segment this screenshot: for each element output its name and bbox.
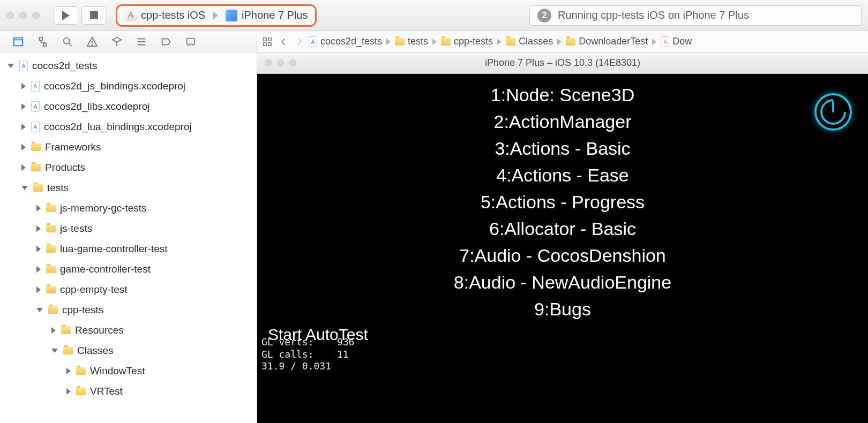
disclosure-triangle-icon[interactable]: [36, 246, 41, 252]
chevron-right-icon: [497, 39, 502, 45]
test-menu-item[interactable]: 6:Allocator - Basic: [257, 220, 868, 238]
svg-rect-1: [40, 37, 43, 40]
scheme-device-label: iPhone 7 Plus: [242, 9, 308, 21]
project-navigator-icon[interactable]: [12, 35, 25, 48]
go-back-icon[interactable]: [279, 37, 288, 47]
tree-item[interactable]: game-controller-test: [0, 259, 257, 280]
disclosure-triangle-icon[interactable]: [51, 327, 56, 334]
simulator-title: iPhone 7 Plus – iOS 10.3 (14E8301): [485, 57, 640, 69]
report-navigator-icon[interactable]: [184, 35, 197, 48]
tree-item[interactable]: cocos2d_lua_bindings.xcodeproj: [0, 117, 257, 137]
disclosure-triangle-icon[interactable]: [36, 266, 41, 273]
jumpbar-crumb[interactable]: tests: [395, 36, 428, 47]
editor-area: iPhone 7 Plus – iOS 10.3 (14E8301) 1:Nod…: [257, 52, 868, 423]
disclosure-triangle-icon[interactable]: [21, 144, 26, 150]
debug-navigator-icon[interactable]: [135, 35, 148, 48]
tree-label: js-tests: [60, 223, 92, 235]
tree-item[interactable]: cocos2d_js_bindings.xcodeproj: [0, 76, 257, 96]
simulator-window-controls: [265, 59, 296, 66]
test-menu-item[interactable]: 2:ActionManager: [257, 112, 868, 131]
issue-navigator-icon[interactable]: [86, 35, 99, 48]
window-zoom[interactable]: [32, 12, 40, 19]
svg-rect-0: [14, 37, 23, 46]
tree-root[interactable]: cocos2d_tests: [0, 56, 257, 76]
tree-label: cocos2d_libs.xcodeproj: [44, 101, 150, 112]
test-menu-item[interactable]: 3:Actions - Basic: [257, 139, 868, 157]
window-minimize[interactable]: [19, 12, 27, 19]
svg-rect-9: [268, 42, 271, 45]
simulator-screen: 1:Node: Scene3D2:ActionManager3:Actions …: [257, 74, 868, 423]
tree-item[interactable]: js-tests: [0, 218, 257, 239]
test-menu-item[interactable]: 5:Actions - Progress: [257, 193, 868, 211]
jumpbar-crumb[interactable]: h Dow: [661, 36, 692, 47]
disclosure-triangle-icon[interactable]: [21, 164, 26, 171]
run-button[interactable]: [54, 6, 78, 25]
jumpbar-crumb[interactable]: cocos2d_tests: [309, 36, 382, 47]
test-menu-item[interactable]: 7:Audio - CocosDenshion: [257, 246, 868, 265]
disclosure-triangle-icon[interactable]: [36, 225, 41, 232]
test-navigator-icon[interactable]: [110, 35, 123, 48]
crumb-label: cpp-tests: [454, 36, 493, 47]
disclosure-triangle-icon[interactable]: [36, 286, 41, 293]
tree-label: cpp-empty-test: [60, 284, 128, 296]
disclosure-triangle-icon[interactable]: [66, 388, 71, 395]
tree-label: VRTest: [90, 386, 123, 397]
tree-label: cocos2d_js_bindings.xcodeproj: [44, 80, 185, 92]
disclosure-triangle-icon[interactable]: [36, 308, 43, 312]
power-icon[interactable]: [814, 93, 852, 131]
tree-item[interactable]: Frameworks: [0, 137, 257, 157]
test-menu-item[interactable]: 9:Bugs: [257, 300, 868, 318]
disclosure-triangle-icon[interactable]: [51, 349, 58, 353]
window-zoom[interactable]: [289, 59, 296, 66]
test-menu-item[interactable]: 8:Audio - NewAudioEngine: [257, 273, 868, 291]
disclosure-triangle-icon[interactable]: [8, 64, 14, 68]
tree-item[interactable]: cocos2d_libs.xcodeproj: [0, 96, 257, 117]
svg-point-3: [64, 37, 70, 43]
scheme-selector[interactable]: A cpp-tests iOS iPhone 7 Plus: [116, 4, 317, 27]
disclosure-triangle-icon[interactable]: [21, 103, 26, 110]
tree-item[interactable]: js-memory-gc-tests: [0, 198, 257, 218]
device-icon: [226, 10, 237, 21]
chevron-right-icon: [432, 39, 437, 45]
stop-button[interactable]: [81, 6, 106, 25]
tree-item[interactable]: cpp-tests: [0, 300, 257, 320]
tree-item[interactable]: VRTest: [0, 381, 257, 402]
disclosure-triangle-icon[interactable]: [21, 186, 28, 190]
tree-item[interactable]: lua-game-controller-test: [0, 239, 257, 259]
related-items-icon[interactable]: [263, 37, 272, 47]
tree-item[interactable]: WindowTest: [0, 361, 257, 381]
folder-icon: [46, 266, 56, 273]
window-close[interactable]: [6, 12, 14, 19]
disclosure-triangle-icon[interactable]: [66, 368, 71, 374]
tree-label: tests: [47, 182, 69, 194]
folder-icon: [33, 184, 43, 192]
jumpbar-crumb[interactable]: Classes: [506, 36, 553, 47]
search-icon[interactable]: [61, 35, 74, 48]
window-close[interactable]: [265, 59, 272, 66]
xcode-toolbar: A cpp-tests iOS iPhone 7 Plus 2 Running …: [0, 0, 868, 31]
test-menu-item[interactable]: 4:Actions - Ease: [257, 166, 868, 184]
tree-item[interactable]: Resources: [0, 320, 257, 341]
chevron-right-icon: [557, 39, 562, 45]
test-menu-item[interactable]: 1:Node: Scene3D: [257, 86, 868, 104]
disclosure-triangle-icon[interactable]: [21, 124, 26, 130]
jumpbar-crumb[interactable]: DownloaderTest: [566, 36, 648, 47]
tree-item[interactable]: Classes: [0, 341, 257, 361]
xcodeproj-icon: [19, 61, 28, 71]
breakpoint-navigator-icon[interactable]: [160, 35, 173, 48]
crumb-label: tests: [408, 36, 428, 47]
xcodeproj-icon: [309, 36, 317, 47]
jumpbar-crumb[interactable]: cpp-tests: [441, 36, 493, 47]
tree-label: WindowTest: [90, 365, 145, 377]
tree-item[interactable]: tests: [0, 178, 257, 198]
disclosure-triangle-icon[interactable]: [21, 83, 26, 89]
disclosure-triangle-icon[interactable]: [36, 205, 41, 212]
activity-status[interactable]: 2 Running cpp-tests iOS on iPhone 7 Plus: [529, 5, 862, 26]
tree-item[interactable]: Products: [0, 157, 257, 178]
source-control-icon[interactable]: [36, 35, 49, 48]
simulator-titlebar: iPhone 7 Plus – iOS 10.3 (14E8301): [257, 52, 868, 74]
window-minimize[interactable]: [277, 59, 284, 66]
go-forward-icon[interactable]: [295, 37, 304, 47]
tree-item[interactable]: cpp-empty-test: [0, 280, 257, 300]
tree-label: Frameworks: [45, 141, 101, 153]
